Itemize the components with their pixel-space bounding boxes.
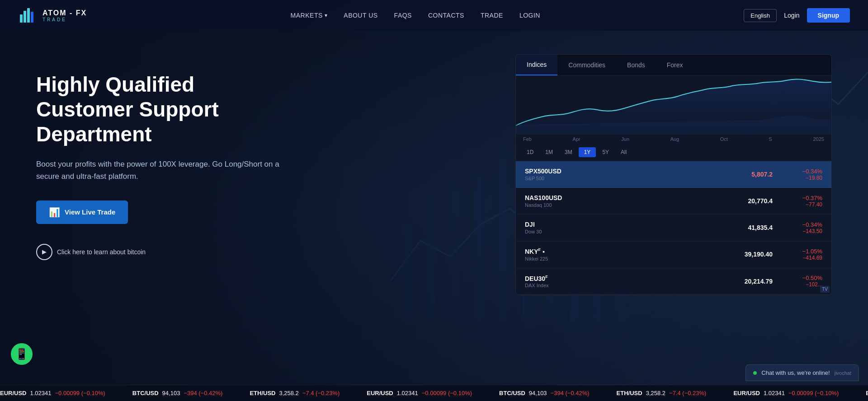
- nav-login[interactable]: LOGIN: [519, 12, 540, 19]
- nav-trade[interactable]: TRADE: [481, 12, 503, 19]
- ticker-pair: BTC/USD: [499, 390, 525, 396]
- index-info-dji: DJI Dow 30: [525, 221, 748, 234]
- index-change-nas: −0.37% −77.40: [786, 195, 822, 208]
- ticker-change: −7.4 (−0.23%): [669, 390, 706, 396]
- change-pct-nas: −0.37%: [786, 195, 822, 201]
- index-info-spx: SPX500USD S&P 500: [525, 168, 751, 181]
- range-1d[interactable]: 1D: [521, 147, 539, 157]
- range-1y[interactable]: 1Y: [579, 147, 596, 157]
- index-name-deu: DEU30F: [525, 275, 745, 282]
- nav-about[interactable]: ABOUT US: [344, 12, 377, 19]
- index-info-deu: DEU30F DAX Index: [525, 275, 745, 289]
- index-name-nky: NKYF ▪: [525, 247, 745, 255]
- change-abs-nas: −77.40: [786, 201, 822, 208]
- main-nav: MARKETS ABOUT US FAQS CONTACTS TRADE LOG…: [291, 12, 540, 19]
- ticker-item: BTC/USD 94,103 −394 (−0.42%): [866, 390, 868, 396]
- ticker-pair: EUR/USD: [367, 390, 393, 396]
- ticker-inner: EUR/USD 1.02341 −0.00099 (−0.10%) BTC/US…: [0, 390, 868, 396]
- index-price-nas: 20,770.4: [748, 197, 773, 205]
- change-pct-nky: −1.05%: [786, 248, 822, 255]
- login-button[interactable]: Login: [784, 12, 799, 19]
- index-sub-nas: Nasdaq 100: [525, 202, 748, 208]
- index-info-nas: NAS100USD Nasdaq 100: [525, 194, 748, 208]
- tab-indices[interactable]: Indices: [516, 55, 557, 75]
- logo-sub: TRADE: [42, 17, 87, 22]
- widget-tabs: Indices Commodities Bonds Forex: [516, 55, 831, 76]
- market-widget: Indices Commodities Bonds Forex: [515, 54, 832, 295]
- change-pct-dji: −0.34%: [786, 221, 822, 228]
- hero-content: Highly QualifiedCustomer Support Departm…: [0, 0, 868, 401]
- bitcoin-button[interactable]: ▶ Click here to learn about bitcoin: [36, 244, 146, 260]
- range-all[interactable]: All: [615, 147, 632, 157]
- ticker-price: 1.02341: [30, 390, 52, 396]
- hero-section: Highly QualifiedCustomer Support Departm…: [0, 0, 868, 401]
- language-select[interactable]: English Arabic French: [744, 9, 777, 22]
- tab-forex[interactable]: Forex: [656, 55, 694, 75]
- change-abs-nky: −414.69: [786, 255, 822, 261]
- chat-text: Chat with us, we're online!: [761, 369, 830, 376]
- range-3m[interactable]: 3M: [559, 147, 578, 157]
- chat-widget[interactable]: Chat with us, we're online! jivochat: [745, 364, 859, 381]
- ticker-item: ETH/USD 3,258.2 −7.4 (−0.23%): [617, 390, 707, 396]
- header-right: English Arabic French Login Signup: [744, 8, 850, 23]
- ticker-item: BTC/USD 94,103 −394 (−0.42%): [499, 390, 590, 396]
- change-pct-deu: −0.50%: [786, 275, 822, 281]
- range-1m[interactable]: 1M: [540, 147, 558, 157]
- svg-rect-0: [20, 14, 23, 23]
- nav-faqs[interactable]: FAQS: [394, 12, 412, 19]
- index-name-spx: SPX500USD: [525, 168, 751, 175]
- ticker-change: −394 (−0.42%): [551, 390, 590, 396]
- ticker-item: ETH/USD 3,258.2 −7.4 (−0.23%): [250, 390, 340, 396]
- ticker-bar: EUR/USD 1.02341 −0.00099 (−0.10%) BTC/US…: [0, 385, 868, 401]
- hero-left: Highly QualifiedCustomer Support Departm…: [36, 54, 326, 260]
- ticker-change: −7.4 (−0.23%): [302, 390, 340, 396]
- index-change-deu: −0.50% −102...: [786, 275, 822, 288]
- live-trade-button[interactable]: 📊 View Live Trade: [36, 200, 128, 224]
- index-row-deu30[interactable]: DEU30F DAX Index 20,214.79 −0.50% −102..…: [516, 268, 831, 295]
- ticker-change: −0.00099 (−0.10%): [422, 390, 472, 396]
- index-name-nas: NAS100USD: [525, 194, 748, 201]
- ticker-item: EUR/USD 1.02341 −0.00099 (−0.10%): [733, 390, 839, 396]
- ticker-item: BTC/USD 94,103 −394 (−0.42%): [132, 390, 223, 396]
- ticker-pair: ETH/USD: [250, 390, 275, 396]
- index-row-nas100[interactable]: NAS100USD Nasdaq 100 20,770.4 −0.37% −77…: [516, 188, 831, 214]
- chart-icon: 📊: [49, 207, 60, 218]
- index-change-dji: −0.34% −143.50: [786, 221, 822, 234]
- index-price-deu: 20,214.79: [745, 278, 773, 285]
- index-info-nky: NKYF ▪ Nikkei 225: [525, 247, 745, 261]
- index-change-spx: −0.34% −19.80: [786, 168, 822, 181]
- hero-title: Highly QualifiedCustomer Support Departm…: [36, 72, 326, 147]
- ticker-pair: BTC/USD: [866, 390, 868, 396]
- tab-commodities[interactable]: Commodities: [557, 55, 616, 75]
- range-5y[interactable]: 5Y: [597, 147, 614, 157]
- whatsapp-button[interactable]: 📱: [11, 343, 33, 365]
- ticker-pair: BTC/USD: [132, 390, 159, 396]
- svg-rect-3: [31, 12, 33, 23]
- index-row-nky[interactable]: NKYF ▪ Nikkei 225 39,190.40 −1.05% −414.…: [516, 241, 831, 268]
- nav-contacts[interactable]: CONTACTS: [428, 12, 464, 19]
- index-price-nky: 39,190.40: [745, 251, 773, 258]
- index-row-spx500[interactable]: SPX500USD S&P 500 5,807.2 −0.34% −19.80: [516, 161, 831, 188]
- ticker-price: 1.02341: [764, 390, 785, 396]
- ticker-price: 3,258.2: [279, 390, 298, 396]
- index-sub-nky: Nikkei 225: [525, 256, 745, 261]
- play-icon: ▶: [36, 244, 52, 260]
- change-abs-dji: −143.50: [786, 228, 822, 234]
- chart-axis: Feb Apr Jun Aug Oct S 2025: [516, 135, 831, 144]
- index-row-dji[interactable]: DJI Dow 30 41,835.4 −0.34% −143.50: [516, 214, 831, 241]
- ticker-pair: ETH/USD: [617, 390, 642, 396]
- ticker-change: −0.00099 (−0.10%): [55, 390, 105, 396]
- svg-rect-1: [24, 11, 26, 23]
- logo[interactable]: ATOM - FX TRADE: [18, 5, 87, 25]
- chat-brand: jivochat: [835, 370, 851, 376]
- index-name-dji: DJI: [525, 221, 748, 228]
- ticker-price: 3,258.2: [646, 390, 665, 396]
- tab-bonds[interactable]: Bonds: [616, 55, 656, 75]
- index-change-nky: −1.05% −414.69: [786, 248, 822, 261]
- change-abs-spx: −19.80: [786, 175, 822, 181]
- tv-logo: TV: [820, 286, 830, 293]
- header: ATOM - FX TRADE MARKETS ABOUT US FAQS CO…: [0, 0, 868, 31]
- nav-markets[interactable]: MARKETS: [291, 12, 328, 19]
- signup-button[interactable]: Signup: [807, 8, 850, 23]
- ticker-price: 94,103: [162, 390, 180, 396]
